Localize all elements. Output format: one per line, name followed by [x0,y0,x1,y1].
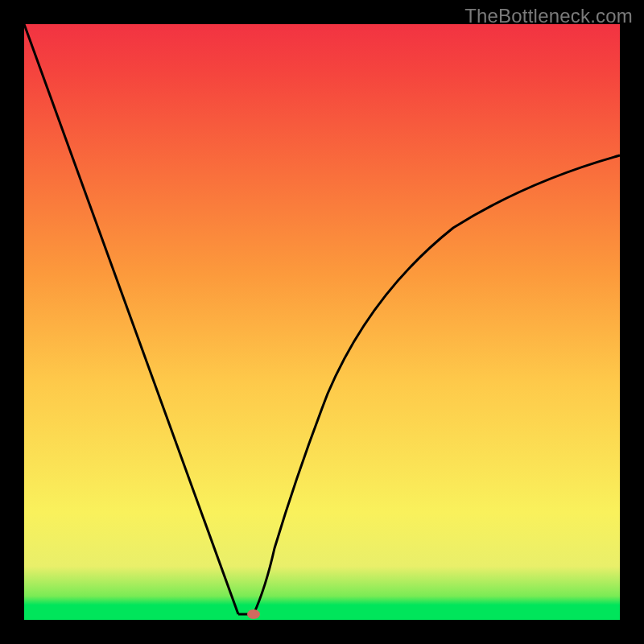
right-ascent [254,155,620,614]
left-descent [24,24,238,614]
watermark-text: TheBottleneck.com [464,5,633,27]
plot-area [24,24,620,620]
valley-marker [247,609,260,619]
bottleneck-curve [24,24,620,620]
chart-frame: TheBottleneck.com [0,0,644,644]
